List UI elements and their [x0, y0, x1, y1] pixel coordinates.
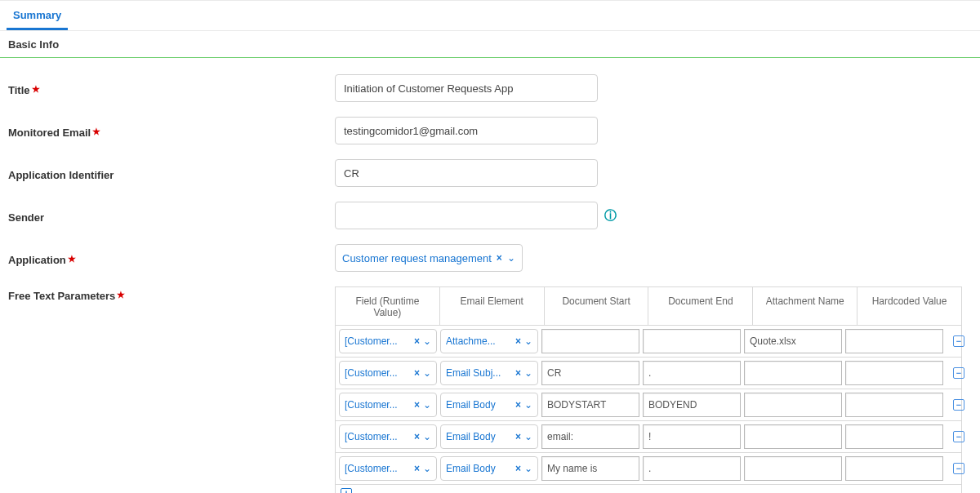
sender-input[interactable]: [335, 202, 598, 229]
clear-icon[interactable]: ×: [414, 431, 420, 442]
document-end-input[interactable]: [643, 361, 741, 385]
clear-icon[interactable]: ×: [515, 399, 521, 411]
table-row: [Customer...×⌄ Email Body×⌄ −: [336, 421, 961, 453]
add-row-button[interactable]: +: [341, 488, 352, 493]
table-footer: +: [336, 485, 961, 493]
col-attachment-name: Attachment Name: [753, 287, 858, 325]
table-row: [Customer...×⌄ Email Body×⌄ −: [336, 389, 961, 421]
page: Summary Basic Info Title★ Monitored Emai…: [0, 0, 980, 493]
label-monitored-email: Monitored Email★: [8, 123, 335, 139]
col-field: Field (Runtime Value): [336, 287, 440, 325]
label-application-identifier: Application Identifier: [8, 166, 335, 181]
table-row: [Customer...×⌄ Email Body×⌄ −: [336, 453, 961, 485]
field-select[interactable]: [Customer...×⌄: [339, 329, 437, 353]
document-end-input[interactable]: [643, 393, 741, 417]
tabbar: Summary: [0, 1, 980, 31]
clear-icon[interactable]: ×: [497, 252, 502, 264]
col-document-end: Document End: [648, 287, 753, 325]
delete-row-button[interactable]: −: [953, 335, 964, 347]
attachment-name-input[interactable]: [744, 329, 842, 353]
chevron-down-icon[interactable]: ⌄: [524, 463, 532, 474]
clear-icon[interactable]: ×: [515, 335, 521, 347]
document-start-input[interactable]: [541, 393, 639, 417]
chevron-down-icon[interactable]: ⌄: [423, 367, 431, 379]
monitored-email-input[interactable]: [335, 117, 598, 144]
hardcoded-value-input[interactable]: [845, 424, 943, 449]
email-element-select[interactable]: Email Body×⌄: [440, 393, 538, 417]
clear-icon[interactable]: ×: [414, 335, 420, 347]
hardcoded-value-input[interactable]: [845, 393, 943, 417]
clear-icon[interactable]: ×: [414, 463, 420, 474]
form: Title★ Monitored Email★ Application Iden…: [0, 58, 980, 493]
hardcoded-value-input[interactable]: [845, 456, 943, 481]
clear-icon[interactable]: ×: [515, 463, 521, 474]
required-mark: ★: [117, 290, 125, 300]
chevron-down-icon[interactable]: ⌄: [423, 431, 431, 442]
clear-icon[interactable]: ×: [515, 431, 521, 442]
delete-row-button[interactable]: −: [953, 399, 964, 411]
clear-icon[interactable]: ×: [515, 367, 521, 379]
required-mark: ★: [68, 254, 76, 264]
attachment-name-input[interactable]: [744, 361, 842, 385]
field-select[interactable]: [Customer...×⌄: [339, 424, 437, 449]
email-element-select[interactable]: Attachme...×⌄: [440, 329, 538, 353]
chevron-down-icon[interactable]: ⌄: [524, 399, 532, 411]
label-free-text-parameters: Free Text Parameters★: [8, 286, 335, 302]
tab-summary[interactable]: Summary: [7, 1, 68, 30]
application-value: Customer request management: [342, 252, 492, 264]
application-identifier-input[interactable]: [335, 159, 598, 187]
chevron-down-icon[interactable]: ⌄: [524, 431, 532, 442]
email-element-select[interactable]: Email Subj...×⌄: [440, 361, 538, 385]
title-input[interactable]: [335, 74, 598, 102]
email-element-select[interactable]: Email Body×⌄: [440, 456, 538, 481]
attachment-name-input[interactable]: [744, 393, 842, 417]
document-end-input[interactable]: [643, 424, 741, 449]
hardcoded-value-input[interactable]: [845, 329, 943, 353]
document-end-input[interactable]: [643, 456, 741, 481]
required-mark: ★: [32, 84, 40, 94]
chevron-down-icon[interactable]: ⌄: [524, 335, 532, 347]
attachment-name-input[interactable]: [744, 456, 842, 481]
parameters-grid: Field (Runtime Value) Email Element Docu…: [335, 286, 962, 493]
document-start-input[interactable]: [541, 361, 639, 385]
field-select[interactable]: [Customer...×⌄: [339, 393, 437, 417]
required-mark: ★: [92, 127, 100, 136]
clear-icon[interactable]: ×: [414, 399, 420, 411]
chevron-down-icon[interactable]: ⌄: [524, 367, 532, 379]
col-email-element: Email Element: [440, 287, 545, 325]
label-sender: Sender: [8, 208, 335, 224]
document-end-input[interactable]: [643, 329, 741, 353]
chevron-down-icon[interactable]: ⌄: [423, 399, 431, 411]
table-row: [Customer...×⌄ Attachme...×⌄ −: [336, 326, 961, 358]
col-document-start: Document Start: [545, 287, 649, 325]
table-row: [Customer...×⌄ Email Subj...×⌄ −: [336, 358, 961, 389]
document-start-input[interactable]: [541, 329, 639, 353]
delete-row-button[interactable]: −: [953, 431, 964, 442]
info-icon[interactable]: ⓘ: [604, 208, 617, 224]
delete-row-button[interactable]: −: [953, 463, 964, 474]
application-select[interactable]: Customer request management × ⌄: [335, 244, 523, 272]
col-hardcoded-value: Hardcoded Value: [858, 287, 961, 325]
chevron-down-icon[interactable]: ⌄: [423, 335, 431, 347]
attachment-name-input[interactable]: [744, 424, 842, 449]
clear-icon[interactable]: ×: [414, 367, 420, 379]
document-start-input[interactable]: [541, 424, 639, 449]
delete-row-button[interactable]: −: [953, 367, 964, 379]
label-application: Application★: [8, 251, 335, 266]
section-heading-basic-info: Basic Info: [0, 31, 980, 58]
chevron-down-icon[interactable]: ⌄: [423, 463, 431, 474]
table-header: Field (Runtime Value) Email Element Docu…: [336, 287, 961, 326]
chevron-down-icon[interactable]: ⌄: [507, 252, 515, 264]
label-title: Title★: [8, 81, 335, 96]
email-element-select[interactable]: Email Body×⌄: [440, 424, 538, 449]
field-select[interactable]: [Customer...×⌄: [339, 361, 437, 385]
field-select[interactable]: [Customer...×⌄: [339, 456, 437, 481]
hardcoded-value-input[interactable]: [845, 361, 943, 385]
document-start-input[interactable]: [541, 456, 639, 481]
